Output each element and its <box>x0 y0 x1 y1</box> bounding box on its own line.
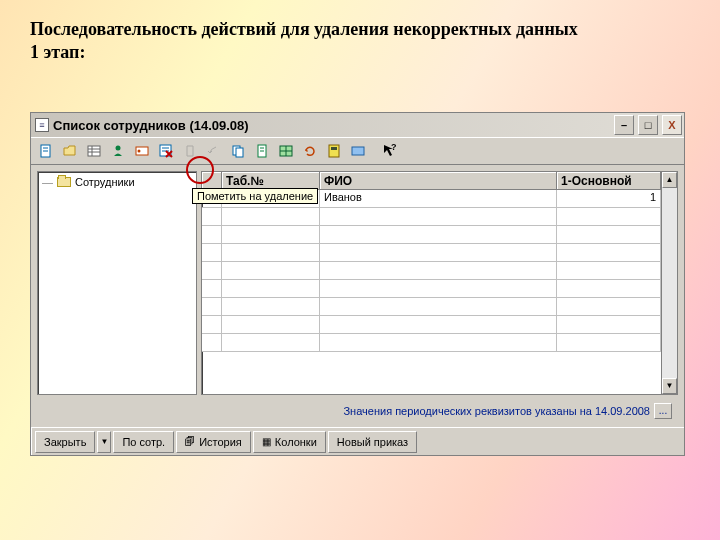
new-item-icon[interactable] <box>35 140 57 162</box>
history-icon: 🗐 <box>185 436 195 447</box>
new-order-button[interactable]: Новый приказ <box>328 431 417 453</box>
close-button[interactable]: Закрыть <box>35 431 95 453</box>
grid-row-empty <box>202 262 661 280</box>
app-icon: ≡ <box>35 118 49 132</box>
svg-text:?: ? <box>391 143 397 152</box>
svg-point-7 <box>116 145 121 150</box>
status-date-button[interactable]: ... <box>654 403 672 419</box>
grid-row-empty <box>202 244 661 262</box>
grid-row-empty <box>202 226 661 244</box>
grid-row-empty <box>202 316 661 334</box>
window-title: Список сотрудников (14.09.08) <box>53 118 608 133</box>
copy-icon[interactable] <box>227 140 249 162</box>
list-icon[interactable] <box>83 140 105 162</box>
refresh-icon[interactable] <box>299 140 321 162</box>
app-window: ≡ Список сотрудников (14.09.08) – □ X ? … <box>30 112 685 456</box>
scroll-down-icon[interactable]: ▼ <box>662 378 677 394</box>
person-icon[interactable] <box>107 140 129 162</box>
close-window-button[interactable]: X <box>662 115 682 135</box>
toolbar: ? <box>31 137 684 165</box>
maximize-button[interactable]: □ <box>638 115 658 135</box>
open-folder-icon[interactable] <box>59 140 81 162</box>
columns-button[interactable]: ▦Колонки <box>253 431 326 453</box>
tooltip: Пометить на удаление <box>192 188 318 204</box>
header-main[interactable]: 1-Основной <box>557 172 661 190</box>
tree-panel: — Сотрудники <box>37 171 197 395</box>
tree-root-label: Сотрудники <box>75 176 135 188</box>
tree-root-item[interactable]: — Сотрудники <box>42 176 192 188</box>
instruction-heading: Последовательность действий для удаления… <box>30 18 578 65</box>
titlebar: ≡ Список сотрудников (14.09.08) – □ X <box>31 113 684 137</box>
minimize-button[interactable]: – <box>614 115 634 135</box>
scroll-track[interactable] <box>662 188 677 378</box>
settings-icon[interactable] <box>347 140 369 162</box>
cell-main[interactable]: 1 <box>557 190 661 208</box>
arrow-help-icon[interactable]: ? <box>379 140 401 162</box>
header-fio[interactable]: ФИО <box>320 172 557 190</box>
vertical-scrollbar[interactable]: ▲ ▼ <box>661 172 677 394</box>
doc-icon[interactable] <box>251 140 273 162</box>
by-employee-button[interactable]: По сотр. <box>113 431 174 453</box>
close-dropdown[interactable]: ▼ <box>97 431 111 453</box>
cell-fio[interactable]: Иванов <box>320 190 557 208</box>
scroll-up-icon[interactable]: ▲ <box>662 172 677 188</box>
tree-collapse-icon[interactable]: — <box>42 176 53 188</box>
card-icon[interactable] <box>131 140 153 162</box>
table-icon[interactable] <box>275 140 297 162</box>
svg-rect-22 <box>331 147 337 150</box>
svg-rect-3 <box>88 146 100 156</box>
svg-rect-21 <box>329 145 339 157</box>
svg-rect-14 <box>236 148 243 157</box>
columns-icon: ▦ <box>262 436 271 447</box>
svg-rect-23 <box>352 147 364 155</box>
status-text: Значения периодических реквизитов указан… <box>343 405 650 417</box>
mark-delete-icon[interactable] <box>155 140 177 162</box>
grid-row-empty <box>202 280 661 298</box>
calc-icon[interactable] <box>323 140 345 162</box>
grid-row-empty <box>202 208 661 226</box>
history-button[interactable]: 🗐История <box>176 431 251 453</box>
data-grid: Таб.№ ФИО 1-Основной 0000000001 Иванов 1 <box>201 171 678 395</box>
folder-icon <box>57 177 71 187</box>
grid-row-empty <box>202 298 661 316</box>
grid-row-empty <box>202 334 661 352</box>
status-line: Значения периодических реквизитов указан… <box>37 401 678 421</box>
undo-icon <box>203 140 225 162</box>
svg-point-9 <box>138 149 141 152</box>
bottom-toolbar: Закрыть ▼ По сотр. 🗐История ▦Колонки Нов… <box>31 427 684 455</box>
move-icon <box>179 140 201 162</box>
